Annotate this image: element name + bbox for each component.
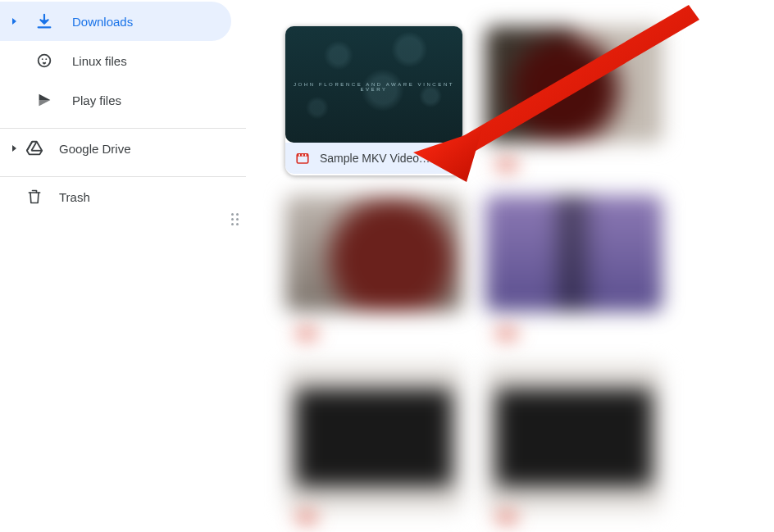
download-icon <box>34 11 54 31</box>
file-thumbnail <box>485 364 662 512</box>
file-caption <box>485 512 662 528</box>
sidebar: Downloads Linux files <box>0 0 246 532</box>
file-caption <box>285 311 462 344</box>
video-file-icon <box>295 151 310 166</box>
file-card[interactable] <box>485 195 662 344</box>
sidebar-item-trash[interactable]: Trash <box>0 177 231 216</box>
play-icon <box>34 90 54 110</box>
file-thumbnail: JOHN FLORENCE AND AWARE VINCENT EVERY <box>285 26 462 143</box>
sidebar-item-label: Trash <box>59 190 218 204</box>
file-thumbnail <box>485 26 662 143</box>
trash-icon <box>25 187 44 207</box>
sidebar-item-label: Downloads <box>72 15 218 29</box>
thumbnail-subtitle: JOHN FLORENCE AND AWARE VINCENT EVERY <box>285 82 462 92</box>
sidebar-item-label: Play files <box>72 93 218 107</box>
file-card[interactable] <box>485 26 662 175</box>
file-card[interactable] <box>285 195 462 344</box>
file-name: Sample MKV Video.… <box>320 152 434 165</box>
svg-rect-7 <box>305 154 307 156</box>
file-thumbnail <box>485 195 662 311</box>
file-card[interactable] <box>485 364 662 528</box>
file-card[interactable] <box>285 364 462 528</box>
linux-icon <box>34 51 54 70</box>
file-caption <box>485 311 662 344</box>
sidebar-item-label: Linux files <box>72 54 218 68</box>
sidebar-item-google-drive[interactable]: Google Drive <box>0 129 231 168</box>
file-thumbnail <box>285 195 462 311</box>
svg-rect-6 <box>302 154 303 156</box>
file-caption <box>485 143 662 175</box>
sidebar-item-play-files[interactable]: Play files <box>0 80 231 120</box>
caret-right-icon <box>7 17 23 25</box>
svg-point-2 <box>45 58 47 60</box>
svg-rect-5 <box>299 154 301 156</box>
sidebar-resize-handle[interactable] <box>231 213 241 228</box>
svg-point-0 <box>39 55 51 67</box>
google-drive-icon <box>25 139 44 158</box>
caret-right-icon <box>7 144 23 152</box>
file-grid: JOHN FLORENCE AND AWARE VINCENT EVERY Sa… <box>285 26 766 528</box>
file-thumbnail <box>285 364 462 512</box>
file-caption <box>285 512 462 528</box>
file-caption: Sample MKV Video.… <box>285 143 462 174</box>
sidebar-item-linux-files[interactable]: Linux files <box>0 41 231 80</box>
file-card-selected[interactable]: JOHN FLORENCE AND AWARE VINCENT EVERY Sa… <box>285 26 462 175</box>
sidebar-item-downloads[interactable]: Downloads <box>0 2 231 41</box>
svg-point-1 <box>42 58 43 60</box>
file-grid-area: JOHN FLORENCE AND AWARE VINCENT EVERY Sa… <box>246 0 774 532</box>
sidebar-item-label: Google Drive <box>59 142 218 156</box>
